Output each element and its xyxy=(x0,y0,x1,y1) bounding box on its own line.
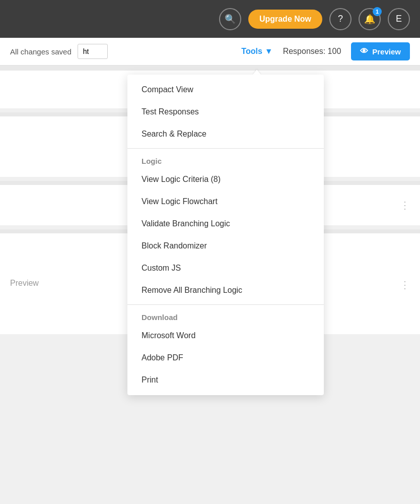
dropdown-item-search-replace[interactable]: Search & Replace xyxy=(127,123,324,145)
dropdown-section-logic: Logic xyxy=(127,152,324,168)
dropdown-item-remove-branching-logic[interactable]: Remove All Branching Logic xyxy=(127,279,324,301)
dropdown-item-validate-branching-logic[interactable]: Validate Branching Logic xyxy=(127,213,324,235)
dropdown-divider-1 xyxy=(127,148,324,149)
ht-input[interactable] xyxy=(78,44,108,59)
notification-badge: 1 xyxy=(373,7,382,16)
dropdown-item-microsoft-word[interactable]: Microsoft Word xyxy=(127,325,324,347)
dropdown-item-view-logic-flowchart[interactable]: View Logic Flowchart xyxy=(127,191,324,213)
dropdown-divider-2 xyxy=(127,304,324,305)
secondary-right: Tools ▼ Responses: 100 👁 Preview xyxy=(241,42,410,60)
three-dots-icon-1[interactable]: ⋮ xyxy=(400,199,410,211)
preview-button-label: Preview xyxy=(372,47,401,56)
dropdown-item-test-responses[interactable]: Test Responses xyxy=(127,101,324,123)
dropdown-item-print[interactable]: Print xyxy=(127,369,324,391)
search-icon: 🔍 xyxy=(225,14,236,25)
dropdown-caret xyxy=(253,70,261,75)
tools-label: Tools xyxy=(241,47,262,56)
user-button[interactable]: E xyxy=(388,8,410,30)
dropdown-section-download: Download xyxy=(127,308,324,325)
dropdown-item-block-randomizer[interactable]: Block Randomizer xyxy=(127,235,324,257)
help-icon: ? xyxy=(338,14,343,24)
help-button[interactable]: ? xyxy=(329,8,352,30)
dropdown-item-adobe-pdf[interactable]: Adobe PDF xyxy=(127,347,324,369)
tools-button[interactable]: Tools ▼ xyxy=(241,47,272,56)
preview-text: Preview xyxy=(10,279,39,288)
responses-label: Responses: 100 xyxy=(283,47,341,56)
search-button[interactable]: 🔍 xyxy=(219,8,241,30)
dropdown-item-custom-js[interactable]: Custom JS xyxy=(127,257,324,279)
dropdown-item-compact-view[interactable]: Compact View xyxy=(127,79,324,101)
all-changes-saved: All changes saved xyxy=(10,47,72,56)
tools-dropdown: Compact View Test Responses Search & Rep… xyxy=(127,75,324,395)
secondary-bar: All changes saved Tools ▼ Responses: 100… xyxy=(0,38,420,66)
upgrade-button[interactable]: Upgrade Now xyxy=(248,10,322,29)
three-dots-icon-2[interactable]: ⋮ xyxy=(400,279,410,291)
dropdown-item-view-logic-criteria[interactable]: View Logic Criteria (8) xyxy=(127,168,324,191)
bell-icon: 🔔 xyxy=(364,14,375,25)
notifications-button[interactable]: 🔔 1 xyxy=(359,8,381,30)
top-nav: 🔍 Upgrade Now ? 🔔 1 E xyxy=(0,0,420,38)
tools-container: Tools ▼ xyxy=(241,47,272,56)
eye-icon: 👁 xyxy=(360,47,368,56)
preview-button[interactable]: 👁 Preview xyxy=(351,42,410,60)
chevron-down-icon: ▼ xyxy=(265,47,273,56)
secondary-left: All changes saved xyxy=(10,44,108,59)
user-initial: E xyxy=(396,14,402,24)
